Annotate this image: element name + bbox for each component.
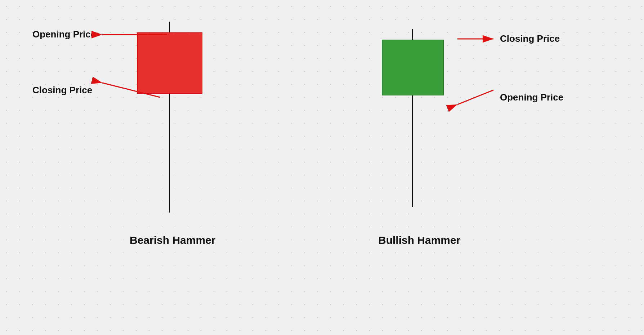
diagram-container: Opening Price Closing Price bbox=[0, 0, 644, 335]
bullish-opening-arrow bbox=[454, 86, 497, 108]
bullish-lower-wick bbox=[412, 95, 413, 207]
bearish-opening-price-text: Opening Price bbox=[32, 29, 96, 40]
bearish-lower-wick bbox=[169, 94, 170, 213]
svg-line-7 bbox=[457, 90, 493, 104]
bullish-closing-label: Closing Price bbox=[454, 33, 560, 44]
bullish-opening-price-text: Opening Price bbox=[500, 92, 563, 103]
bearish-closing-arrow bbox=[95, 79, 167, 101]
bearish-opening-label: Opening Price bbox=[32, 29, 171, 40]
bullish-title-text: Bullish Hammer bbox=[378, 234, 460, 246]
bearish-title: Bearish Hammer bbox=[130, 234, 209, 246]
bullish-body bbox=[382, 40, 444, 95]
bullish-closing-price-text: Closing Price bbox=[500, 33, 560, 44]
bullish-closing-arrow bbox=[454, 34, 497, 44]
bullish-title: Bullish Hammer bbox=[378, 234, 447, 246]
bearish-title-text: Bearish Hammer bbox=[130, 234, 215, 246]
bullish-opening-label: Opening Price bbox=[454, 86, 563, 108]
bearish-opening-arrow bbox=[99, 29, 171, 40]
svg-line-3 bbox=[102, 83, 160, 97]
bearish-closing-label: Closing Price bbox=[32, 79, 167, 101]
bearish-closing-price-text: Closing Price bbox=[32, 85, 92, 96]
